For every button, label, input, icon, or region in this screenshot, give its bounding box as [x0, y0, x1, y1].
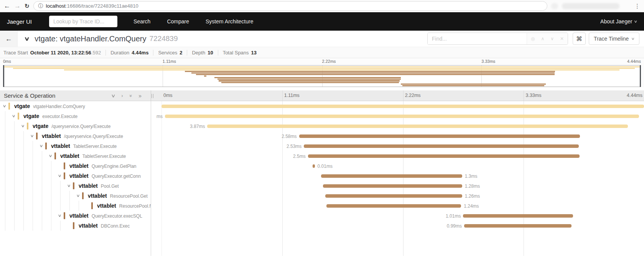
span-tree-row[interactable]: vttabletQueryEngine.GetPlan — [0, 161, 151, 171]
span-tree-row[interactable]: ∨vttabletQueryExecutor.getConn — [0, 171, 151, 181]
nav-link-system-architecture[interactable]: System Architecture — [206, 18, 254, 25]
tree-indent-guide — [23, 151, 24, 161]
service-color-strip — [91, 202, 93, 209]
service-color-strip — [54, 152, 56, 159]
nav-link-compare[interactable]: Compare — [167, 18, 189, 25]
tree-indent-guide — [5, 151, 5, 161]
jaeger-ui-brand[interactable]: Jaeger UI — [7, 18, 32, 25]
span-bar[interactable] — [207, 125, 628, 128]
span-tree-row[interactable]: ∨vtgate/queryservice.Query/Execute — [0, 121, 151, 131]
about-jaeger-menu[interactable]: About Jaeger ∨ — [600, 18, 637, 25]
chevron-down-icon[interactable]: ∨ — [58, 213, 62, 218]
span-timeline-row[interactable]: 1.26ms — [151, 191, 644, 201]
panel-resize-handle[interactable] — [152, 94, 153, 98]
span-tree-row[interactable]: ∨vttabletTabletServer.Execute — [0, 141, 151, 151]
trace-view-selector[interactable]: Trace Timeline ∨ — [589, 33, 639, 45]
page-info-icon[interactable]: ⓘ — [38, 3, 43, 10]
span-timeline-row[interactable]: 1.24ms — [151, 201, 644, 211]
service-name: vtgatevtgateHandler.ComQuery — [14, 103, 85, 109]
tree-indent-guide — [60, 181, 61, 191]
span-bar[interactable] — [161, 105, 644, 108]
service-color-strip — [27, 123, 28, 130]
span-bar[interactable] — [326, 204, 461, 208]
expand-one-double-chevron-right-icon[interactable]: » — [138, 93, 142, 98]
blurred-extension-icon — [551, 3, 558, 9]
tree-indent-guide — [69, 191, 70, 201]
chevron-down-icon[interactable]: ∨ — [12, 114, 16, 118]
span-timeline-row[interactable]: 3.87ms — [151, 121, 644, 131]
address-bar[interactable]: ⓘ localhost:16686/trace/7224839c11ae4810 — [33, 1, 547, 11]
service-operation-title: Service & Operation — [0, 92, 55, 99]
minimap-left-scrubber-handle[interactable] — [3, 65, 4, 87]
next-result-chevron-down-icon[interactable]: ∨ — [550, 36, 554, 41]
span-timeline-row[interactable]: 2.53ms — [151, 141, 644, 151]
span-timeline-row[interactable]: ms — [151, 111, 644, 121]
nav-link-search[interactable]: Search — [133, 18, 150, 25]
chevron-down-icon[interactable]: ∨ — [30, 134, 34, 138]
chevron-down-icon[interactable]: ∨ — [40, 144, 43, 148]
tree-indent-guide — [51, 171, 51, 181]
keyboard-shortcuts-button[interactable]: ⌘ — [573, 33, 586, 45]
span-timeline-row[interactable] — [151, 101, 644, 111]
span-tree-row[interactable]: ∨vttabletTabletServer.Execute — [0, 151, 151, 161]
trace-id-lookup-input[interactable] — [49, 16, 117, 27]
browser-reload-icon[interactable]: ↻ — [25, 3, 30, 10]
tree-indent-guide — [5, 171, 5, 181]
span-bar[interactable] — [299, 134, 580, 138]
span-tree-row[interactable]: vttabletResourcePool.factory — [0, 201, 151, 211]
span-timeline-row[interactable]: 2.58ms — [151, 131, 644, 141]
span-bar[interactable] — [313, 164, 315, 168]
span-timeline-row[interactable]: 2.5ms — [151, 151, 644, 161]
span-tree-row[interactable]: ∨vttabletResourcePool.Get — [0, 191, 151, 201]
chevron-down-icon[interactable]: ∨ — [3, 104, 7, 108]
chevron-down-icon[interactable]: ∨ — [58, 174, 62, 178]
span-duration-label: 0.99ms — [447, 223, 462, 229]
focus-target-icon[interactable]: ◎ — [531, 36, 535, 41]
span-bar[interactable] — [321, 174, 462, 178]
span-tree-row[interactable]: ∨vttabletQueryExecutor.execSQL — [0, 211, 151, 221]
collapse-all-chevron-down-icon[interactable]: ∨ — [111, 93, 115, 98]
chevron-down-icon[interactable]: ∨ — [76, 193, 80, 198]
span-timeline-row[interactable]: 0.99ms — [151, 221, 644, 231]
span-bar[interactable] — [308, 154, 580, 158]
minimap-span-bar — [191, 72, 555, 74]
clear-find-icon[interactable]: ✕ — [560, 36, 564, 41]
trace-detail-chevron-down-icon[interactable]: ∨ — [24, 36, 30, 42]
minimap-right-scrubber-handle[interactable] — [640, 65, 641, 87]
browser-back-icon[interactable]: ← — [4, 3, 10, 9]
tree-indent-guide — [33, 201, 33, 211]
span-tree-row[interactable]: vttabletDBConn.Exec — [0, 221, 151, 231]
service-color-strip — [64, 212, 65, 219]
browser-forward-icon[interactable]: → — [14, 3, 21, 9]
minimap-tick-label: 3.33ms — [481, 59, 495, 64]
span-bar[interactable] — [325, 194, 462, 198]
prev-result-chevron-up-icon[interactable]: ∧ — [541, 36, 544, 41]
span-bar[interactable] — [304, 144, 579, 148]
find-input[interactable] — [428, 33, 527, 44]
span-timeline-row[interactable]: 1.01ms — [151, 211, 644, 221]
span-tree-row[interactable]: ∨vtgatevtgateHandler.ComQuery — [0, 101, 151, 111]
tree-indent-guide — [14, 161, 15, 171]
chevron-down-icon[interactable]: ∨ — [21, 124, 25, 128]
chevron-down-icon[interactable]: ∨ — [49, 154, 53, 158]
expand-all-double-chevron-icon[interactable]: » — [128, 94, 133, 97]
span-tree-row[interactable]: ∨vttabletPool.Get — [0, 181, 151, 191]
chevron-down-icon[interactable]: ∨ — [67, 184, 71, 188]
browser-menu-icon[interactable]: ⋮ — [634, 3, 640, 10]
span-bar[interactable] — [463, 214, 573, 218]
span-tree-row[interactable]: ∨vtgateexecutor.Execute — [0, 111, 151, 121]
span-tree-row[interactable]: ∨vttablet/queryservice.Query/Execute — [0, 131, 151, 141]
tree-indent-guide — [14, 141, 15, 151]
tree-indent-guide — [14, 151, 15, 161]
span-bar[interactable] — [464, 224, 572, 228]
span-bar[interactable] — [165, 115, 639, 118]
span-timeline-row[interactable]: 1.28ms — [151, 181, 644, 191]
collapse-one-chevron-right-icon[interactable]: › — [122, 93, 123, 98]
back-button[interactable]: ← — [0, 31, 18, 47]
service-name: vttabletQueryEngine.GetPlan — [69, 163, 137, 169]
span-timeline-row[interactable]: 0.01ms — [151, 161, 644, 171]
span-duration-label: 1.26ms — [465, 193, 480, 199]
minimap-canvas[interactable] — [3, 65, 641, 87]
span-timeline-row[interactable]: 1.3ms — [151, 171, 644, 181]
span-bar[interactable] — [323, 184, 462, 188]
